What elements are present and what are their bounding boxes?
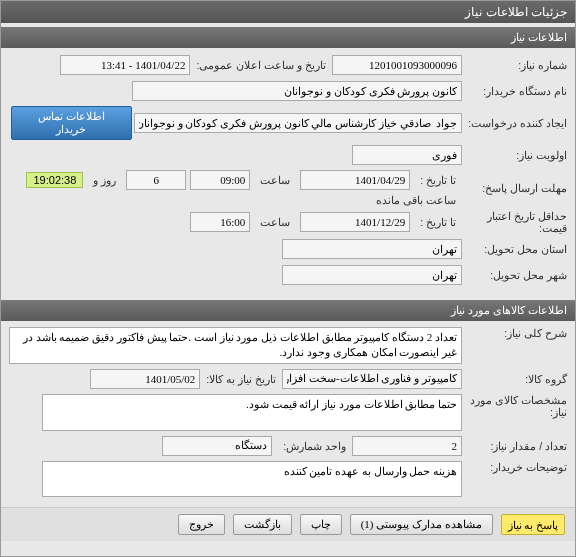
form-need-info: شماره نیاز: تاریخ و ساعت اعلان عمومی: نا… — [1, 48, 575, 296]
buyer-org-field — [132, 81, 462, 101]
buyer-note-label: توضیحات خریدار: — [462, 461, 567, 473]
form-goods-info: شرح کلی نیاز: تعداد 2 دستگاه کامپیوتر مط… — [1, 321, 575, 507]
respond-button[interactable]: پاسخ به نیاز — [501, 514, 565, 535]
need-number-label: شماره نیاز: — [462, 59, 567, 71]
unit-label: واحد شمارش: — [272, 440, 352, 452]
back-button[interactable]: بازگشت — [233, 514, 292, 535]
spec-label: مشخصات کالای مورد نیاز: — [462, 394, 567, 418]
window: جزئیات اطلاعات نیاز اطلاعات نیاز شماره ن… — [0, 0, 576, 557]
priority-label: اولویت نیاز: — [462, 149, 567, 161]
announce-field — [60, 55, 190, 75]
qty-label: تعداد / مقدار نیاز: — [462, 440, 567, 452]
reply-deadline-label: مهلت ارسال پاسخ: — [462, 182, 567, 194]
announce-label: تاریخ و ساعت اعلان عمومی: — [190, 59, 332, 71]
price-date-field — [300, 212, 410, 232]
section-goods-info: اطلاعات کالاهای مورد نیاز — [1, 300, 575, 321]
price-time-field — [190, 212, 250, 232]
need-by-label: تاریخ نیاز به کالا: — [200, 373, 282, 385]
price-validity-label: حداقل تاریخ اعتبار قیمت: — [462, 210, 567, 234]
buyer-note-field: هزینه حمل وارسال به عهده تامین کننده — [42, 461, 462, 498]
requester-label: ایجاد کننده درخواست: — [462, 117, 567, 129]
window-title: جزئیات اطلاعات نیاز — [465, 5, 567, 19]
reply-date-field — [300, 170, 410, 190]
buyer-org-label: نام دستگاه خریدار: — [462, 85, 567, 97]
goods-group-field — [282, 369, 462, 389]
reply-time-field — [190, 170, 250, 190]
reply-to-label: تا تاریخ : — [414, 174, 462, 186]
city-field — [282, 265, 462, 285]
remaining-label: ساعت باقی مانده — [370, 194, 462, 206]
countdown-box: 19:02:38 — [26, 172, 83, 188]
reply-time-label: ساعت — [254, 174, 296, 186]
reply-days-field — [126, 170, 186, 190]
qty-field — [352, 436, 462, 456]
exit-button[interactable]: خروج — [178, 514, 225, 535]
contact-buyer-button[interactable]: اطلاعات تماس خریدار — [11, 106, 132, 140]
priority-field — [352, 145, 462, 165]
goods-group-label: گروه کالا: — [462, 373, 567, 385]
need-desc-label: شرح کلی نیاز: — [462, 327, 567, 339]
spec-field: حتما مطابق اطلاعات مورد نیاز ارائه قیمت … — [42, 394, 462, 431]
reply-days-label: روز و — [87, 174, 122, 186]
print-button[interactable]: چاپ — [300, 514, 342, 535]
need-by-field — [90, 369, 200, 389]
unit-field — [162, 436, 272, 456]
price-to-label: تا تاریخ : — [414, 216, 462, 228]
need-desc-field: تعداد 2 دستگاه کامپیوتر مطابق اطلاعات ذی… — [9, 327, 462, 364]
attachments-button[interactable]: مشاهده مدارک پیوستی (1) — [350, 514, 493, 535]
need-number-field — [332, 55, 462, 75]
footer: پاسخ به نیاز مشاهده مدارک پیوستی (1) چاپ… — [1, 507, 575, 541]
province-field — [282, 239, 462, 259]
section-need-info: اطلاعات نیاز — [1, 27, 575, 48]
province-label: استان محل تحویل: — [462, 243, 567, 255]
price-time-label: ساعت — [254, 216, 296, 228]
titlebar: جزئیات اطلاعات نیاز — [1, 1, 575, 23]
city-label: شهر محل تحویل: — [462, 269, 567, 281]
requester-field — [134, 113, 462, 133]
